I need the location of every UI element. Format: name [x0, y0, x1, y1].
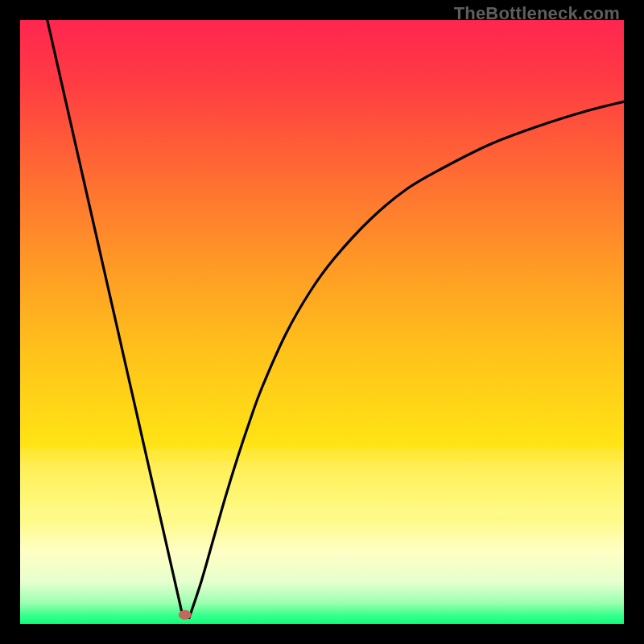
chart-frame: [20, 20, 624, 624]
chart-svg: [20, 20, 624, 624]
svg-rect-1: [20, 461, 624, 516]
highlight-bands: [20, 449, 624, 564]
watermark-text: TheBottleneck.com: [454, 3, 620, 24]
svg-rect-2: [20, 515, 624, 564]
minimum-marker: [179, 610, 192, 620]
svg-rect-0: [20, 449, 624, 461]
